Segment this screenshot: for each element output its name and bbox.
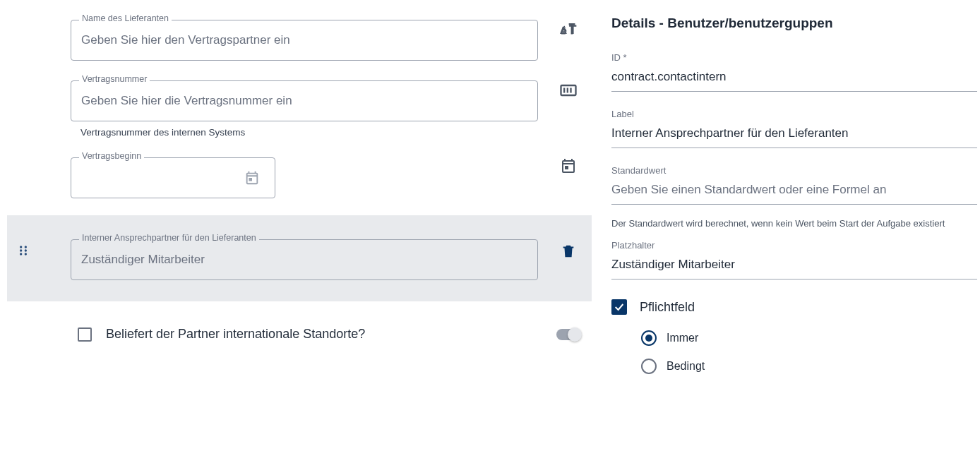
internal-contact-input[interactable] bbox=[71, 239, 538, 280]
field-label: Name des Lieferanten bbox=[79, 13, 172, 23]
contract-start-input[interactable] bbox=[71, 157, 275, 198]
drag-handle-icon[interactable] bbox=[7, 220, 40, 258]
mandatory-label: Pflichtfeld bbox=[640, 300, 695, 315]
contract-number-input[interactable] bbox=[71, 80, 538, 121]
svg-point-8 bbox=[25, 249, 27, 251]
label-input[interactable] bbox=[611, 122, 977, 148]
default-label: Standardwert bbox=[611, 165, 977, 176]
field-label: Vertragsbeginn bbox=[79, 151, 144, 161]
svg-point-9 bbox=[25, 253, 27, 255]
svg-point-7 bbox=[25, 246, 27, 248]
field-row-international[interactable]: Beliefert der Partner internationale Sta… bbox=[7, 301, 592, 367]
mandatory-radio-group: Immer Bedingt bbox=[611, 330, 980, 374]
radio-unselected-icon bbox=[641, 359, 657, 374]
svg-point-6 bbox=[20, 253, 22, 255]
default-hint: Der Standardwert wird berechnet, wenn ke… bbox=[611, 210, 980, 240]
svg-point-4 bbox=[20, 246, 22, 248]
number-icon[interactable] bbox=[558, 80, 578, 100]
text-format-icon[interactable] bbox=[559, 20, 578, 38]
checkbox-label: Beliefert der Partner internationale Sta… bbox=[106, 327, 552, 342]
placeholder-label: Platzhalter bbox=[611, 240, 977, 251]
radio-conditional[interactable]: Bedingt bbox=[641, 359, 980, 374]
field-row-contract-number[interactable]: Vertragsnummer Vertragsnummer des intern… bbox=[7, 61, 592, 138]
radio-always[interactable]: Immer bbox=[641, 330, 980, 346]
svg-point-5 bbox=[20, 249, 22, 251]
supplier-name-input[interactable] bbox=[71, 20, 538, 61]
id-label: ID * bbox=[611, 52, 977, 63]
delete-icon[interactable] bbox=[561, 243, 576, 259]
field-label: Vertragsnummer bbox=[79, 74, 150, 84]
checkbox-checked-icon[interactable] bbox=[611, 299, 627, 315]
placeholder-input[interactable] bbox=[611, 253, 977, 279]
default-input[interactable] bbox=[611, 179, 977, 205]
field-row-internal-contact-selected[interactable]: Interner Ansprechpartner für den Liefera… bbox=[7, 215, 592, 301]
label-label: Label bbox=[611, 109, 977, 119]
form-designer-canvas: Name des Lieferanten Vertragsnummer Vert… bbox=[0, 0, 592, 463]
field-hint: Vertragsnummer des internen Systems bbox=[71, 121, 538, 138]
field-row-contract-start[interactable]: Vertragsbeginn bbox=[7, 138, 592, 198]
mandatory-checkbox-row[interactable]: Pflichtfeld bbox=[611, 299, 980, 315]
details-title: Details - Benutzer/benutzerguppen bbox=[611, 16, 980, 31]
radio-selected-icon bbox=[641, 330, 657, 346]
checkbox-unchecked[interactable] bbox=[78, 327, 92, 342]
field-label: Interner Ansprechpartner für den Liefera… bbox=[79, 233, 259, 243]
details-panel: Details - Benutzer/benutzerguppen ID * L… bbox=[592, 0, 980, 463]
date-type-icon[interactable] bbox=[560, 157, 577, 174]
toggle-switch[interactable] bbox=[556, 329, 580, 340]
field-row-supplier-name[interactable]: Name des Lieferanten bbox=[7, 0, 592, 61]
id-input[interactable] bbox=[611, 66, 977, 92]
